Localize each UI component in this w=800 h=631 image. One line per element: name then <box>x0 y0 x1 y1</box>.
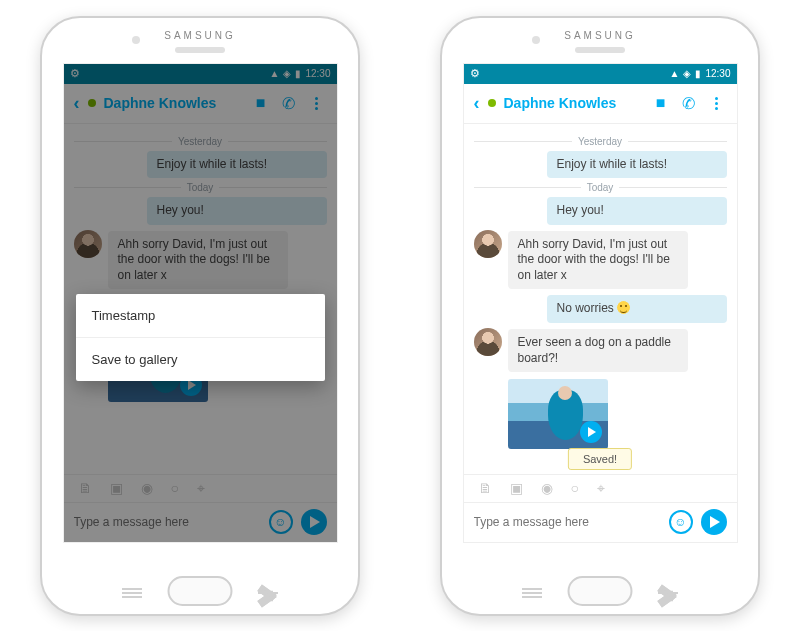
back-icon[interactable]: ‹ <box>474 93 480 114</box>
context-menu-save-gallery[interactable]: Save to gallery <box>76 337 325 381</box>
contact-name[interactable]: Daphne Knowles <box>504 95 643 111</box>
avatar[interactable] <box>474 230 502 258</box>
message-input[interactable] <box>474 515 661 529</box>
home-button[interactable] <box>168 576 233 606</box>
wifi-icon: ◈ <box>683 68 691 79</box>
play-icon[interactable] <box>580 421 602 443</box>
signal-icon: ▲ <box>670 68 680 79</box>
camera-icon[interactable]: ◉ <box>541 480 553 496</box>
file-icon[interactable]: 🗎 <box>478 480 492 496</box>
message-row: Ever seen a dog on a paddle board?! <box>474 326 727 375</box>
context-menu-timestamp[interactable]: Timestamp <box>76 294 325 337</box>
appbar: ‹ Daphne Knowles ■ ✆ <box>464 84 737 124</box>
attach-bar: 🗎 ▣ ◉ ○ ⌖ <box>464 474 737 502</box>
clock: 12:30 <box>705 68 730 79</box>
home-button[interactable] <box>568 576 633 606</box>
smile-emoji-icon <box>617 301 630 314</box>
statusbar: ⚙ ▲ ◈ ▮ 12:30 <box>464 64 737 84</box>
overflow-icon[interactable] <box>707 97 727 110</box>
message-out[interactable]: No worries <box>547 295 727 323</box>
screen-right: ⚙ ▲ ◈ ▮ 12:30 ‹ Daphne Knowles ■ ✆ Yeste… <box>463 63 738 543</box>
send-button[interactable] <box>701 509 727 535</box>
message-in[interactable]: Ever seen a dog on a paddle board?! <box>508 329 688 372</box>
audio-call-icon[interactable]: ✆ <box>679 94 699 113</box>
presence-icon <box>488 99 496 107</box>
message-out[interactable]: Hey you! <box>547 197 727 225</box>
message-out[interactable]: Enjoy it while it lasts! <box>547 151 727 179</box>
context-menu: Timestamp Save to gallery <box>76 294 325 381</box>
date-divider: Today <box>474 182 727 193</box>
sticker-icon[interactable]: ○ <box>571 480 579 496</box>
saved-toast: Saved! <box>568 448 632 470</box>
chat-area[interactable]: Yesterday Enjoy it while it lasts! Today… <box>464 124 737 474</box>
date-divider: Yesterday <box>474 136 727 147</box>
avatar[interactable] <box>474 328 502 356</box>
statusbar-notif-icon: ⚙ <box>470 67 480 80</box>
message-in[interactable]: Ahh sorry David, I'm just out the door w… <box>508 231 688 290</box>
location-icon[interactable]: ⌖ <box>597 480 605 497</box>
phone-right: SAMSUNG ⚙ ▲ ◈ ▮ 12:30 ‹ Daphne Knowles ■… <box>440 16 760 616</box>
brand-label: SAMSUNG <box>564 30 636 41</box>
video-call-icon[interactable]: ■ <box>651 94 671 112</box>
battery-icon: ▮ <box>695 68 701 79</box>
emoji-icon[interactable]: ☺ <box>669 510 693 534</box>
phone-left: SAMSUNG ⚙ ▲ ◈ ▮ 12:30 ‹ Daphne Knowles ■… <box>40 16 360 616</box>
screen-left: ⚙ ▲ ◈ ▮ 12:30 ‹ Daphne Knowles ■ ✆ Yeste… <box>63 63 338 543</box>
message-row: Ahh sorry David, I'm just out the door w… <box>474 228 727 293</box>
input-bar: ☺ <box>464 502 737 542</box>
gallery-icon[interactable]: ▣ <box>510 480 523 496</box>
brand-label: SAMSUNG <box>164 30 236 41</box>
video-thumbnail[interactable]: Reply <box>508 379 608 449</box>
